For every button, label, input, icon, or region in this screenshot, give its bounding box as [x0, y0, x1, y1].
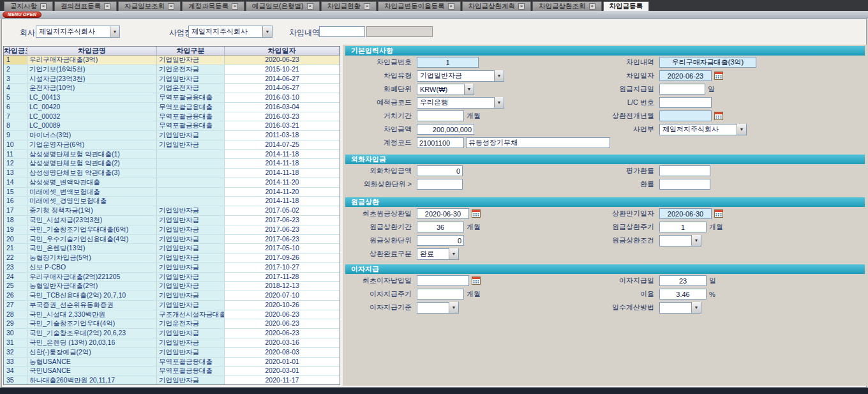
table-cell[interactable]: 2017-06-23	[225, 235, 340, 244]
close-icon[interactable]: ×	[364, 3, 370, 10]
chevron-down-icon[interactable]: ▼	[494, 97, 504, 108]
table-row[interactable]: 1우리구매자금대출(3억)기업일반자금2020-06-23	[4, 56, 340, 65]
table-cell[interactable]: 우리구매자금대출(2억)221205	[27, 273, 157, 282]
table-cell[interactable]: 20	[4, 235, 27, 244]
table-cell[interactable]: 2011-03-18	[225, 131, 340, 140]
tab-차입금등록[interactable]: 차입금등록	[603, 1, 650, 11]
table-cell[interactable]: 국민_TCB신용대출(2억) 20,7,10	[27, 291, 157, 300]
table-cell[interactable]: 5	[4, 93, 27, 102]
table-cell[interactable]: 24	[4, 273, 27, 282]
currency-select[interactable]: KRW(₩) ▼	[417, 84, 474, 95]
table-cell[interactable]: 기업일반자금	[157, 225, 225, 234]
table-row[interactable]: 6LC_00420무역포괄금융대출2016-03-04	[4, 103, 340, 112]
table-cell[interactable]: 13	[4, 169, 27, 178]
table-cell[interactable]: 32	[4, 348, 27, 357]
table-row[interactable]: 14삼성생명_변액약관대출2014-11-20	[4, 178, 340, 188]
table-cell[interactable]: 2017-11-28	[225, 273, 340, 282]
repay-dev-ym-input[interactable]	[659, 110, 712, 121]
table-cell[interactable]: 9	[4, 131, 27, 140]
table-row[interactable]: 34국민USANCE무역포괄금융대출2020-03-01	[4, 367, 340, 376]
deposit-code-select[interactable]: 우리은행 ▼	[417, 97, 504, 109]
close-icon[interactable]: ×	[448, 3, 454, 10]
table-cell[interactable]: 34	[4, 367, 27, 375]
repay-period-input[interactable]	[417, 222, 464, 232]
table-cell[interactable]: 19	[4, 225, 27, 234]
table-cell[interactable]: 2016-03-04	[225, 103, 340, 112]
table-cell[interactable]: 삼성생명단체보험 약관대출(1)	[27, 150, 157, 159]
account-code-input[interactable]	[417, 137, 464, 148]
principal-day-input[interactable]	[659, 84, 705, 95]
loan-desc-filter-input-2[interactable]	[366, 26, 433, 37]
table-cell[interactable]	[157, 150, 225, 159]
table-cell[interactable]: 2016-03-21	[225, 121, 340, 130]
table-cell[interactable]: 기업운전자금	[157, 65, 225, 74]
ex-rate-input[interactable]	[659, 179, 710, 190]
table-cell[interactable]	[157, 188, 225, 197]
table-cell[interactable]: 33	[4, 358, 27, 367]
fx-amount-input[interactable]	[417, 165, 463, 176]
table-cell[interactable]: 기업일반자금	[157, 131, 225, 140]
chevron-down-icon[interactable]: ▼	[494, 70, 504, 81]
account-name-input[interactable]	[466, 137, 610, 148]
tab-차입금상환조회[interactable]: 차입금상환조회×	[532, 1, 602, 11]
table-row[interactable]: 17중기청 정책자금(1억)기업일반자금2017-05-02	[4, 206, 340, 216]
business-unit-select[interactable]: 제일저지주식회사 ▼	[659, 124, 747, 135]
chevron-down-icon[interactable]: ▼	[449, 248, 458, 259]
table-cell[interactable]: 29	[4, 319, 27, 328]
table-cell[interactable]: 기업일반자금	[157, 75, 225, 84]
calendar-icon[interactable]	[472, 209, 481, 218]
table-cell[interactable]: 기업운영자금(6억)	[27, 140, 157, 149]
close-icon[interactable]: ×	[518, 3, 525, 10]
int-cycle-input[interactable]	[417, 289, 464, 299]
int-rate-input[interactable]	[659, 289, 707, 299]
table-row[interactable]: 24우리구매자금대출(2억)221205기업일반자금2017-11-28	[4, 273, 340, 282]
int-pay-day-input[interactable]	[659, 275, 707, 286]
table-row[interactable]: 3시설자금(23억3천)기업일반자금2014-06-27	[4, 75, 340, 84]
table-row[interactable]: 20국민_우수기술기업신용대출(4억)기업일반자금2017-06-23	[4, 235, 340, 245]
tab-차입금현황[interactable]: 차입금현황×	[321, 1, 377, 11]
table-row[interactable]: 4운전자금(10억)기업운전자금2014-06-27	[4, 84, 340, 93]
table-cell[interactable]: 2017-10-27	[225, 263, 340, 272]
loan-type-select[interactable]: 기업일반자금 ▼	[417, 70, 504, 82]
table-row[interactable]: 29국민_기술창조기업우대(4억)기업운전자금2020-06-23	[4, 319, 340, 329]
table-row[interactable]: 25농협일반자금대출(2억)기업일반자금2018-12-13	[4, 282, 340, 291]
table-cell[interactable]: 3	[4, 75, 27, 84]
grid-header-type[interactable]: 차입구분	[157, 47, 225, 55]
table-cell[interactable]: LC_00089	[27, 121, 157, 130]
first-int-date-input[interactable]	[417, 275, 469, 286]
table-cell[interactable]: 2020-08-03	[225, 348, 340, 357]
table-cell[interactable]: 미래에셋_변액보험대출	[27, 188, 157, 197]
calendar-icon[interactable]	[714, 72, 723, 80]
table-cell[interactable]: 2020-07-10	[225, 291, 340, 300]
table-cell[interactable]: 2016-03-23	[225, 112, 340, 121]
table-cell[interactable]: 무역포괄금융대출	[157, 93, 225, 102]
table-cell[interactable]: 시설자금(23억3천)	[27, 75, 157, 84]
table-cell[interactable]: 2017-09-26	[225, 254, 340, 262]
tab-결의전표등록[interactable]: 결의전표등록×	[54, 1, 117, 11]
table-cell[interactable]: 2020-10-26	[225, 301, 340, 310]
table-cell[interactable]	[157, 159, 225, 168]
table-cell[interactable]: 2020-11-17	[225, 376, 340, 384]
first-repay-date-input[interactable]	[417, 208, 469, 219]
table-cell[interactable]: 마이너스(3억)	[27, 131, 157, 140]
repay-unit-input[interactable]	[417, 235, 464, 246]
table-cell[interactable]: 23	[4, 263, 27, 272]
table-cell[interactable]: 25	[4, 282, 27, 291]
calendar-icon[interactable]	[714, 209, 723, 218]
table-cell[interactable]: 2018-12-13	[225, 282, 340, 291]
table-cell[interactable]: 2017-05-10	[225, 244, 340, 253]
table-cell[interactable]: 기업일반자금	[157, 329, 225, 338]
table-cell[interactable]: 구조개선시설자금대출	[157, 310, 225, 319]
plant-select[interactable]: 제일저지주식회사 ▼	[188, 26, 273, 38]
table-cell[interactable]: 삼성생명_변액약관대출	[27, 178, 157, 187]
table-cell[interactable]: 우리구매자금대출(3억)	[27, 56, 157, 64]
table-row[interactable]: 13삼성생명단체보험 약관대출(3)2014-11-18	[4, 169, 340, 178]
grid-header-name[interactable]: 차입금명	[27, 47, 157, 55]
loan-desc-filter-input[interactable]	[319, 26, 365, 37]
table-cell[interactable]: 2014-11-20	[225, 178, 340, 187]
table-row[interactable]: 31국민_온렌딩 (13억) 20,03,16기업일반자금2020-03-16	[4, 338, 340, 348]
table-cell[interactable]: 기업일반자금	[157, 282, 225, 291]
grid-header-code[interactable]: 차입금코드	[4, 47, 27, 55]
table-cell[interactable]: 무역포괄금융대출	[157, 358, 225, 367]
table-cell[interactable]: 8	[4, 121, 27, 130]
